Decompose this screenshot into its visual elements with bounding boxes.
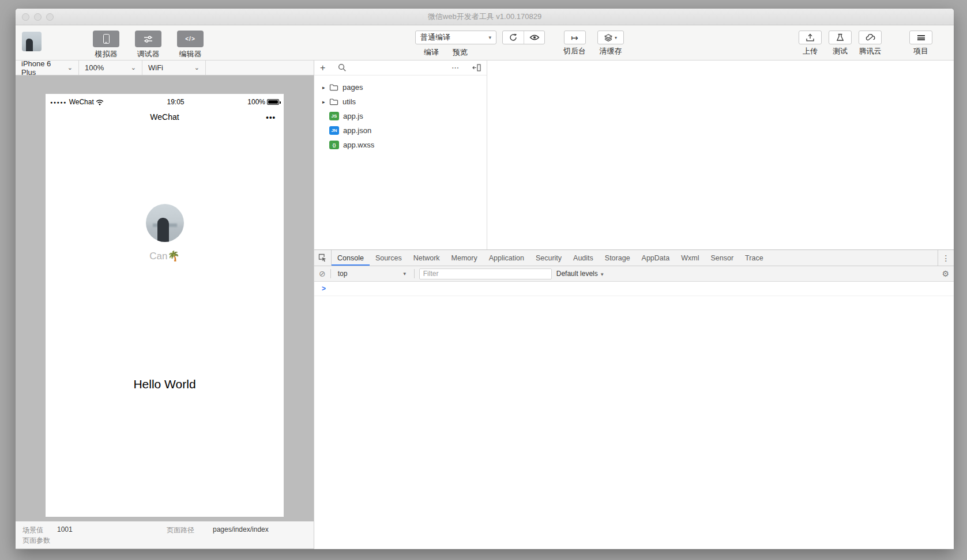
wifi-icon — [96, 99, 104, 105]
editor-toggle-label: 编辑器 — [179, 49, 202, 59]
expand-caret-icon[interactable]: ▸ — [322, 85, 329, 90]
user-avatar[interactable] — [22, 32, 42, 51]
add-file-icon[interactable]: + — [320, 63, 325, 73]
tree-file-appwxss[interactable]: {} app.wxss — [314, 138, 487, 152]
compile-button[interactable] — [503, 31, 524, 44]
tab-audits[interactable]: Audits — [567, 250, 599, 266]
page-path-label: 页面路径 — [167, 525, 194, 535]
tab-application[interactable]: Application — [483, 250, 530, 266]
battery-icon — [267, 99, 279, 105]
editor-toggle[interactable]: </> 编辑器 — [174, 31, 207, 59]
user-profile-avatar[interactable] — [146, 204, 184, 242]
devtools-tab-bar: Console Sources Network Memory Applicati… — [314, 250, 954, 266]
tab-sensor[interactable]: Sensor — [705, 250, 739, 266]
devtools-menu-icon[interactable]: ⋮ — [938, 250, 954, 266]
page-title: WeChat — [150, 112, 179, 122]
json-file-icon: JN — [329, 126, 339, 135]
upload-icon — [806, 33, 814, 41]
tab-wxml[interactable]: Wxml — [675, 250, 705, 266]
titlebar: 微信web开发者工具 v1.00.170829 — [16, 9, 954, 25]
sliders-icon — [144, 36, 153, 43]
inspect-element-button[interactable] — [314, 250, 332, 266]
wxss-file-icon: {} — [329, 141, 339, 149]
clear-cache-button[interactable]: ▾ — [597, 31, 624, 44]
chevron-down-icon: ⌄ — [67, 64, 73, 71]
main-toolbar: 模拟器 调试器 </> — [16, 25, 954, 60]
phone-screen[interactable]: ●●●●● WeChat 19:05 100% — [46, 94, 284, 517]
device-select[interactable]: iPhone 6 Plus ⌄ — [16, 60, 79, 75]
project-controls: 上传 测试 — [795, 31, 936, 56]
tree-folder-utils[interactable]: ▸ utils — [314, 94, 487, 109]
console-filter-input[interactable] — [419, 268, 552, 279]
chevron-down-icon: ⌄ — [131, 64, 136, 71]
console-toolbar: ⊘ top ▼ Default levels ▼ ⚙ — [314, 266, 954, 282]
editor-toggle-button[interactable]: </> — [177, 31, 204, 47]
tree-file-appjson[interactable]: JN app.json — [314, 123, 487, 138]
simulator-toggle[interactable]: 模拟器 — [89, 31, 123, 59]
scene-value: 1001 — [57, 525, 73, 533]
clear-console-icon[interactable]: ⊘ — [319, 270, 326, 278]
collapse-panel-icon[interactable] — [472, 64, 481, 71]
debugger-toggle[interactable]: 调试器 — [131, 31, 165, 59]
chevron-down-icon: ▾ — [488, 35, 491, 40]
tencent-cloud-button[interactable] — [859, 31, 882, 44]
battery-percent: 100% — [247, 98, 265, 106]
arrow-from-bar-icon: ↦ — [571, 33, 578, 42]
phone-nav-bar: WeChat ••• — [46, 108, 284, 126]
expand-caret-icon[interactable]: ▸ — [322, 99, 329, 105]
execution-context-select[interactable]: top ▼ — [336, 270, 409, 278]
console-prompt-row[interactable]: > — [314, 282, 954, 296]
editor-empty-area — [487, 60, 954, 249]
switch-background-label: 切后台 — [563, 46, 586, 56]
zoom-select[interactable]: 100% ⌄ — [79, 60, 142, 75]
simulator-toggle-button[interactable] — [93, 31, 119, 47]
compile-mode-select[interactable]: 普通编译 ▾ — [415, 31, 496, 44]
upload-button[interactable] — [799, 31, 822, 44]
tab-storage[interactable]: Storage — [599, 250, 636, 266]
debugger-toggle-label: 调试器 — [137, 49, 160, 59]
tab-memory[interactable]: Memory — [446, 250, 483, 266]
tab-sources[interactable]: Sources — [370, 250, 408, 266]
network-select[interactable]: WiFi ⌄ — [142, 60, 206, 75]
minimize-window-button[interactable] — [34, 13, 42, 21]
carrier-label: WeChat — [69, 98, 94, 106]
code-icon: </> — [185, 36, 195, 42]
console-settings-icon[interactable]: ⚙ — [942, 269, 949, 278]
project-button[interactable] — [909, 31, 932, 44]
switch-background-button[interactable]: ↦ — [564, 31, 586, 44]
device-bar: iPhone 6 Plus ⌄ 100% ⌄ WiFi ⌄ — [16, 60, 314, 75]
file-tree: ▸ pages ▸ — [314, 75, 487, 152]
page-path-value: pages/index/index — [213, 525, 269, 533]
tree-file-appjs[interactable]: JS app.js — [314, 109, 487, 123]
console-output[interactable]: > — [314, 282, 954, 549]
preview-button[interactable] — [524, 31, 544, 44]
scene-label: 场景值 — [22, 525, 43, 535]
tab-network[interactable]: Network — [408, 250, 446, 266]
debugger-toggle-button[interactable] — [135, 31, 161, 47]
log-levels-select[interactable]: Default levels ▼ — [556, 270, 604, 278]
miniprogram-menu-dots[interactable]: ••• — [266, 113, 276, 122]
tree-folder-pages[interactable]: ▸ pages — [314, 80, 487, 94]
tab-appdata[interactable]: AppData — [636, 250, 676, 266]
test-action: 测试 — [825, 31, 855, 56]
simulator-body: ●●●●● WeChat 19:05 100% — [16, 75, 314, 521]
search-icon[interactable] — [338, 63, 347, 72]
zoom-window-button[interactable] — [46, 13, 54, 21]
more-options-icon[interactable]: ⋯ — [451, 63, 460, 72]
signal-dots: ●●●●● — [50, 100, 67, 104]
tree-item-label: app.json — [343, 126, 371, 135]
dropdown-caret-icon: ▼ — [402, 271, 407, 277]
tree-item-label: app.wxss — [343, 141, 374, 149]
cloud-icon — [866, 34, 875, 41]
username-text: Can🌴 — [46, 250, 284, 262]
tab-trace[interactable]: Trace — [739, 250, 769, 266]
eye-icon — [529, 34, 540, 41]
upload-action: 上传 — [795, 31, 825, 56]
project-action: 项目 — [906, 31, 936, 56]
menu-bars-icon — [917, 35, 925, 40]
tab-console[interactable]: Console — [332, 250, 370, 266]
test-button[interactable] — [829, 31, 852, 44]
tab-security[interactable]: Security — [530, 250, 567, 266]
tree-item-label: pages — [343, 83, 363, 92]
close-window-button[interactable] — [22, 13, 29, 21]
